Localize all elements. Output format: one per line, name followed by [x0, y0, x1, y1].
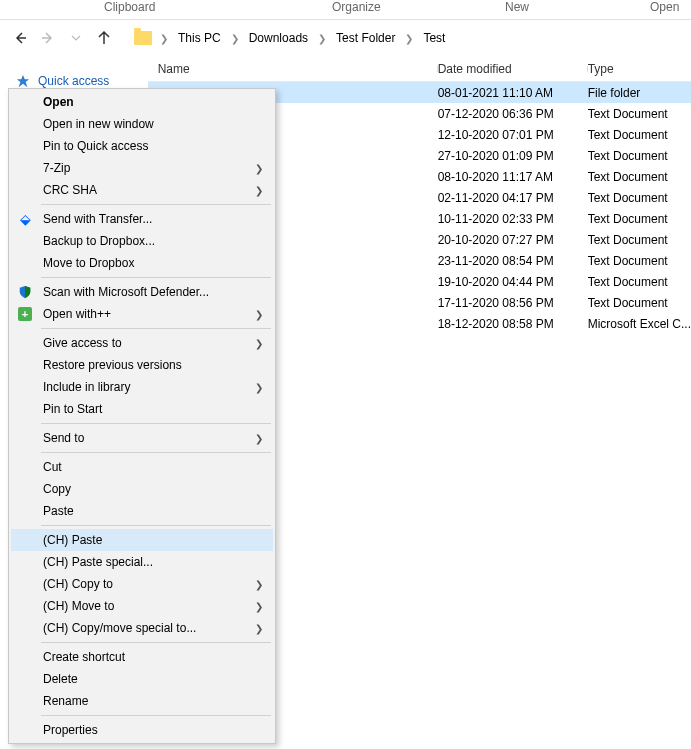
- column-headers: Name Date modified Type: [148, 56, 691, 82]
- context-menu-item[interactable]: Open in new window: [11, 113, 273, 135]
- sidebar-item-quick-access[interactable]: Quick access: [16, 74, 148, 88]
- context-menu-label: Create shortcut: [43, 650, 125, 664]
- context-menu-item[interactable]: (CH) Copy to❯: [11, 573, 273, 595]
- chevron-right-icon: ❯: [255, 309, 263, 320]
- file-date-cell: 20-10-2020 07:27 PM: [438, 233, 588, 247]
- context-menu-item[interactable]: Pin to Quick access: [11, 135, 273, 157]
- navigation-bar: ❯ This PC ❯ Downloads ❯ Test Folder ❯ Te…: [0, 20, 691, 56]
- breadcrumb-downloads[interactable]: Downloads: [247, 29, 310, 47]
- context-menu-item[interactable]: 7-Zip❯: [11, 157, 273, 179]
- context-menu-label: (CH) Paste: [43, 533, 102, 547]
- context-menu-label: Scan with Microsoft Defender...: [43, 285, 209, 299]
- breadcrumb-this-pc[interactable]: This PC: [176, 29, 223, 47]
- context-menu-item[interactable]: Cut: [11, 456, 273, 478]
- file-type-cell: Microsoft Excel C...: [588, 317, 691, 331]
- context-menu-item[interactable]: Create shortcut: [11, 646, 273, 668]
- context-menu-item[interactable]: Send with Transfer...⬙: [11, 208, 273, 230]
- file-type-cell: Text Document: [588, 296, 691, 310]
- file-date-cell: 17-11-2020 08:56 PM: [438, 296, 588, 310]
- chevron-right-icon: ❯: [255, 382, 263, 393]
- context-menu-label: Include in library: [43, 380, 130, 394]
- context-menu-separator: [41, 715, 271, 716]
- context-menu-item[interactable]: Include in library❯: [11, 376, 273, 398]
- context-menu-separator: [41, 328, 271, 329]
- context-menu-label: (CH) Copy to: [43, 577, 113, 591]
- chevron-right-icon: ❯: [255, 163, 263, 174]
- context-menu-label: Open with++: [43, 307, 111, 321]
- file-type-cell: Text Document: [588, 233, 691, 247]
- context-menu-item[interactable]: Properties: [11, 719, 273, 741]
- context-menu-item[interactable]: Send to❯: [11, 427, 273, 449]
- breadcrumb[interactable]: ❯ This PC ❯ Downloads ❯ Test Folder ❯ Te…: [134, 29, 447, 47]
- chevron-right-icon: ❯: [314, 33, 330, 44]
- file-type-cell: Text Document: [588, 107, 691, 121]
- chevron-right-icon: ❯: [156, 33, 172, 44]
- file-type-cell: Text Document: [588, 212, 691, 226]
- chevron-right-icon: ❯: [255, 185, 263, 196]
- back-button[interactable]: [8, 26, 32, 50]
- context-menu-label: Copy: [43, 482, 71, 496]
- chevron-right-icon: ❯: [255, 601, 263, 612]
- context-menu-item[interactable]: Give access to❯: [11, 332, 273, 354]
- file-type-cell: Text Document: [588, 170, 691, 184]
- context-menu-item[interactable]: (CH) Copy/move special to...❯: [11, 617, 273, 639]
- context-menu-label: Restore previous versions: [43, 358, 182, 372]
- context-menu-item[interactable]: Restore previous versions: [11, 354, 273, 376]
- context-menu-item[interactable]: (CH) Move to❯: [11, 595, 273, 617]
- column-header-type[interactable]: Type: [588, 62, 691, 76]
- context-menu-label: Delete: [43, 672, 78, 686]
- dropbox-icon: ⬙: [17, 211, 33, 227]
- chevron-right-icon: ❯: [401, 33, 417, 44]
- context-menu-item[interactable]: Open: [11, 91, 273, 113]
- file-date-cell: 08-01-2021 11:10 AM: [438, 86, 588, 100]
- recent-dropdown[interactable]: [64, 26, 88, 50]
- quick-access-icon: [16, 74, 30, 88]
- context-menu-label: CRC SHA: [43, 183, 97, 197]
- context-menu-label: Send with Transfer...: [43, 212, 152, 226]
- context-menu-item[interactable]: CRC SHA❯: [11, 179, 273, 201]
- context-menu-label: Give access to: [43, 336, 122, 350]
- file-date-cell: 27-10-2020 01:09 PM: [438, 149, 588, 163]
- ribbon-label-organize: Organize: [332, 0, 381, 14]
- context-menu-item[interactable]: (CH) Paste: [11, 529, 273, 551]
- forward-button[interactable]: [36, 26, 60, 50]
- file-type-cell: Text Document: [588, 254, 691, 268]
- context-menu-label: Properties: [43, 723, 98, 737]
- context-menu-label: Paste: [43, 504, 74, 518]
- context-menu-separator: [41, 642, 271, 643]
- context-menu-label: Open: [43, 95, 74, 109]
- breadcrumb-test[interactable]: Test: [421, 29, 447, 47]
- context-menu-item[interactable]: Scan with Microsoft Defender...: [11, 281, 273, 303]
- chevron-right-icon: ❯: [255, 338, 263, 349]
- file-type-cell: Text Document: [588, 191, 691, 205]
- context-menu-separator: [41, 204, 271, 205]
- context-menu-label: Send to: [43, 431, 84, 445]
- context-menu-label: Open in new window: [43, 117, 154, 131]
- context-menu-item[interactable]: (CH) Paste special...: [11, 551, 273, 573]
- context-menu-label: Pin to Quick access: [43, 139, 148, 153]
- context-menu-item[interactable]: Delete: [11, 668, 273, 690]
- context-menu-item[interactable]: Rename: [11, 690, 273, 712]
- file-type-cell: Text Document: [588, 128, 691, 142]
- ribbon-group-labels: Clipboard Organize New Open: [0, 0, 691, 20]
- context-menu-item[interactable]: Copy: [11, 478, 273, 500]
- file-date-cell: 18-12-2020 08:58 PM: [438, 317, 588, 331]
- context-menu-item[interactable]: Open with++❯+: [11, 303, 273, 325]
- context-menu-separator: [41, 277, 271, 278]
- file-date-cell: 07-12-2020 06:36 PM: [438, 107, 588, 121]
- context-menu-label: 7-Zip: [43, 161, 70, 175]
- context-menu-separator: [41, 452, 271, 453]
- context-menu-item[interactable]: Pin to Start: [11, 398, 273, 420]
- column-header-name[interactable]: Name: [148, 62, 438, 76]
- breadcrumb-test-folder[interactable]: Test Folder: [334, 29, 397, 47]
- ribbon-label-open: Open: [650, 0, 679, 14]
- context-menu-item[interactable]: Backup to Dropbox...: [11, 230, 273, 252]
- context-menu-item[interactable]: Move to Dropbox: [11, 252, 273, 274]
- up-button[interactable]: [92, 26, 116, 50]
- context-menu-label: Rename: [43, 694, 88, 708]
- sidebar-item-label: Quick access: [38, 74, 109, 88]
- column-header-date[interactable]: Date modified: [438, 62, 588, 76]
- context-menu-item[interactable]: Paste: [11, 500, 273, 522]
- chevron-right-icon: ❯: [255, 623, 263, 634]
- context-menu-label: Backup to Dropbox...: [43, 234, 155, 248]
